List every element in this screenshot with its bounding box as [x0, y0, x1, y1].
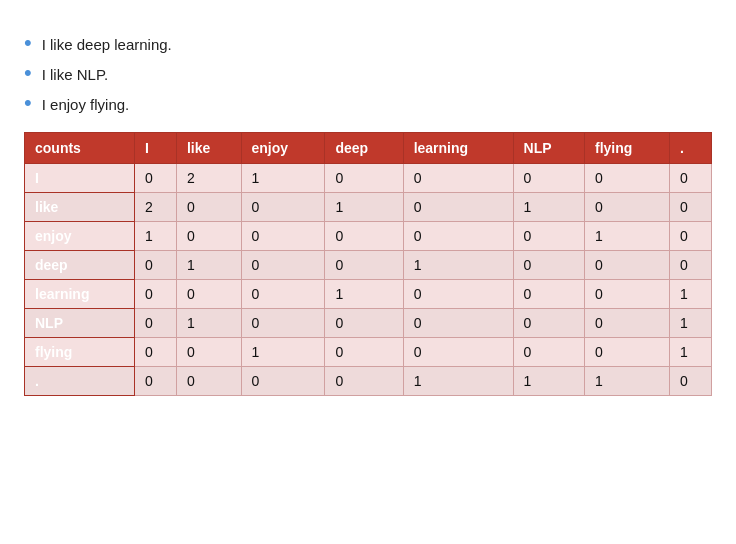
header-cell-1: I — [134, 133, 176, 164]
cell-4-2: 0 — [241, 280, 325, 309]
table-row: learning00010001 — [25, 280, 712, 309]
cell-3-0: 0 — [134, 251, 176, 280]
header-cell-7: flying — [584, 133, 669, 164]
cell-7-4: 1 — [403, 367, 513, 396]
bullet-dot: • — [24, 62, 32, 84]
row-header-6: flying — [25, 338, 135, 367]
cell-0-1: 2 — [176, 164, 241, 193]
cell-2-3: 0 — [325, 222, 403, 251]
cell-2-4: 0 — [403, 222, 513, 251]
table-row: flying00100001 — [25, 338, 712, 367]
cell-3-4: 1 — [403, 251, 513, 280]
table-row: like20010100 — [25, 193, 712, 222]
cell-1-1: 0 — [176, 193, 241, 222]
row-header-0: I — [25, 164, 135, 193]
cell-4-6: 0 — [584, 280, 669, 309]
cell-1-0: 2 — [134, 193, 176, 222]
table-row: .00001110 — [25, 367, 712, 396]
header-row: countsIlikeenjoydeeplearningNLPflying. — [25, 133, 712, 164]
cell-2-0: 1 — [134, 222, 176, 251]
cell-5-4: 0 — [403, 309, 513, 338]
cell-7-7: 0 — [669, 367, 711, 396]
bullet-dot: • — [24, 32, 32, 54]
cell-2-1: 0 — [176, 222, 241, 251]
cell-7-3: 0 — [325, 367, 403, 396]
header-cell-2: like — [176, 133, 241, 164]
cell-1-3: 1 — [325, 193, 403, 222]
cell-6-2: 1 — [241, 338, 325, 367]
bullet-dot: • — [24, 92, 32, 114]
row-header-1: like — [25, 193, 135, 222]
row-header-3: deep — [25, 251, 135, 280]
cell-5-2: 0 — [241, 309, 325, 338]
table-header: countsIlikeenjoydeeplearningNLPflying. — [25, 133, 712, 164]
cell-1-4: 0 — [403, 193, 513, 222]
cell-7-2: 0 — [241, 367, 325, 396]
cell-3-2: 0 — [241, 251, 325, 280]
cell-5-5: 0 — [513, 309, 584, 338]
bullet-item: •I like NLP. — [24, 64, 712, 84]
cell-3-5: 0 — [513, 251, 584, 280]
cell-2-7: 0 — [669, 222, 711, 251]
cell-0-0: 0 — [134, 164, 176, 193]
header-cell-4: deep — [325, 133, 403, 164]
cell-6-3: 0 — [325, 338, 403, 367]
bullet-text: I like NLP. — [42, 66, 108, 83]
cell-2-2: 0 — [241, 222, 325, 251]
cell-4-0: 0 — [134, 280, 176, 309]
cell-6-6: 0 — [584, 338, 669, 367]
cell-1-5: 1 — [513, 193, 584, 222]
co-occurrence-table: countsIlikeenjoydeeplearningNLPflying. I… — [24, 132, 712, 396]
row-header-5: NLP — [25, 309, 135, 338]
cell-3-7: 0 — [669, 251, 711, 280]
cell-0-7: 0 — [669, 164, 711, 193]
cell-7-1: 0 — [176, 367, 241, 396]
cell-5-0: 0 — [134, 309, 176, 338]
cell-5-6: 0 — [584, 309, 669, 338]
bullet-item: •I like deep learning. — [24, 34, 712, 54]
cell-0-3: 0 — [325, 164, 403, 193]
cell-6-1: 0 — [176, 338, 241, 367]
cell-0-6: 0 — [584, 164, 669, 193]
table-row: enjoy10000010 — [25, 222, 712, 251]
cell-3-1: 1 — [176, 251, 241, 280]
cell-0-5: 0 — [513, 164, 584, 193]
row-header-7: . — [25, 367, 135, 396]
cell-3-6: 0 — [584, 251, 669, 280]
cell-0-2: 1 — [241, 164, 325, 193]
header-cell-6: NLP — [513, 133, 584, 164]
cell-4-4: 0 — [403, 280, 513, 309]
cell-2-6: 1 — [584, 222, 669, 251]
header-cell-5: learning — [403, 133, 513, 164]
cell-7-6: 1 — [584, 367, 669, 396]
table-row: I02100000 — [25, 164, 712, 193]
cell-6-5: 0 — [513, 338, 584, 367]
bullet-text: I like deep learning. — [42, 36, 172, 53]
cell-1-6: 0 — [584, 193, 669, 222]
cell-4-3: 1 — [325, 280, 403, 309]
header-cell-8: . — [669, 133, 711, 164]
table-row: deep01001000 — [25, 251, 712, 280]
bullet-item: •I enjoy flying. — [24, 94, 712, 114]
cell-7-0: 0 — [134, 367, 176, 396]
cell-7-5: 1 — [513, 367, 584, 396]
header-cell-3: enjoy — [241, 133, 325, 164]
table-row: NLP01000001 — [25, 309, 712, 338]
cell-5-1: 1 — [176, 309, 241, 338]
row-header-2: enjoy — [25, 222, 135, 251]
cell-5-3: 0 — [325, 309, 403, 338]
header-cell-0: counts — [25, 133, 135, 164]
cell-4-7: 1 — [669, 280, 711, 309]
table-body: I02100000like20010100enjoy10000010deep01… — [25, 164, 712, 396]
cell-1-2: 0 — [241, 193, 325, 222]
bullet-text: I enjoy flying. — [42, 96, 130, 113]
bullet-list: •I like deep learning.•I like NLP.•I enj… — [24, 34, 712, 114]
cell-1-7: 0 — [669, 193, 711, 222]
cell-6-7: 1 — [669, 338, 711, 367]
cell-6-4: 0 — [403, 338, 513, 367]
cell-6-0: 0 — [134, 338, 176, 367]
cell-2-5: 0 — [513, 222, 584, 251]
row-header-4: learning — [25, 280, 135, 309]
cell-4-5: 0 — [513, 280, 584, 309]
cell-0-4: 0 — [403, 164, 513, 193]
